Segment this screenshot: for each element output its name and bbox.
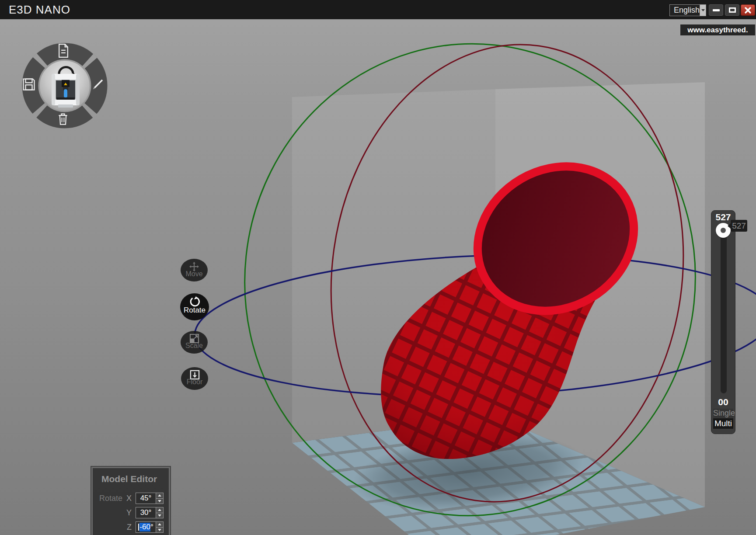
layer-value-tooltip: 527	[731, 220, 747, 232]
axis-y-label: Y	[126, 508, 132, 518]
step-up-button[interactable]	[156, 493, 163, 499]
delete-button[interactable]	[57, 112, 73, 128]
printer-photo[interactable]	[39, 60, 91, 111]
printer-image	[40, 61, 91, 111]
e3d-nano-app: { "titlebar": { "app_title": "E3D NANO",…	[0, 0, 756, 535]
arrow-down-icon	[158, 500, 161, 502]
axis-x-label: X	[126, 494, 132, 503]
minimize-icon	[713, 9, 720, 11]
rotate-z-value[interactable]: -60°	[136, 522, 156, 532]
save-icon	[22, 78, 35, 91]
scale-tool-button[interactable]: Scale	[181, 331, 208, 354]
save-button[interactable]	[22, 78, 38, 94]
rotate-y-stepper	[156, 507, 163, 518]
open-file-button[interactable]	[57, 44, 73, 59]
floor-tool-label: Floor	[187, 378, 202, 386]
axis-z-label: Z	[127, 523, 132, 532]
rotate-z-row: Z -60°	[93, 521, 169, 533]
scale-tool-label: Scale	[185, 342, 203, 350]
maximize-icon	[729, 7, 736, 13]
minimize-button[interactable]	[709, 4, 723, 16]
move-tool-label: Move	[185, 270, 202, 278]
edit-button[interactable]	[91, 78, 107, 94]
model-editor-panel: Model Editor Rotate X 45° Y 30° Z -60°	[91, 467, 170, 535]
arrow-up-icon	[158, 494, 161, 497]
app-title: E3D NANO	[9, 0, 70, 19]
file-icon	[57, 44, 70, 58]
watermark-label: www.easythreed.	[680, 24, 755, 35]
rotate-tool-button[interactable]: Rotate	[180, 293, 209, 320]
layer-slider-track[interactable]	[721, 224, 727, 393]
arrow-up-icon	[158, 523, 161, 525]
maximize-button[interactable]	[725, 4, 739, 16]
layer-slider: 527 00 Single Multi	[711, 210, 735, 434]
edit-pen-icon	[91, 78, 105, 91]
arrow-up-icon	[158, 509, 161, 511]
language-selector[interactable]: English	[669, 4, 706, 16]
degree-suffix: °	[150, 523, 153, 532]
layer-min-value: 00	[711, 397, 735, 407]
text-caret	[138, 524, 139, 531]
arrow-down-icon	[158, 514, 161, 517]
rotate-z-stepper	[156, 522, 163, 532]
step-up-button[interactable]	[156, 507, 163, 513]
rotate-tool-label: Rotate	[184, 306, 206, 315]
rotate-y-input[interactable]: 30°	[136, 507, 164, 518]
trash-icon	[57, 112, 69, 125]
chevron-down-icon[interactable]	[700, 5, 706, 16]
viewport-3d[interactable]	[0, 0, 756, 535]
rotate-x-row: Rotate X 45°	[93, 493, 169, 504]
arrow-down-icon	[158, 529, 161, 531]
close-button[interactable]	[741, 4, 755, 16]
rotate-x-stepper	[156, 493, 163, 504]
rotate-y-value[interactable]: 30°	[136, 507, 156, 518]
rotate-z-input[interactable]: -60°	[136, 521, 164, 533]
selected-text: -60	[139, 523, 150, 532]
step-down-button[interactable]	[156, 513, 163, 518]
mode-single-button[interactable]: Single	[713, 409, 733, 418]
radial-menu	[21, 42, 108, 129]
rotate-group-label: Rotate	[99, 494, 122, 503]
step-up-button[interactable]	[156, 522, 163, 528]
step-down-button[interactable]	[156, 528, 163, 533]
mode-multi-button[interactable]: Multi	[713, 418, 733, 429]
titlebar: E3D NANO English	[0, 0, 756, 19]
floor-tool-button[interactable]: Floor	[181, 367, 208, 390]
rotate-y-row: Y 30°	[93, 507, 169, 518]
rotate-x-input[interactable]: 45°	[136, 493, 164, 504]
panel-title: Model Editor	[101, 474, 169, 484]
step-down-button[interactable]	[156, 499, 163, 504]
language-value: English	[670, 6, 700, 15]
close-icon	[745, 7, 751, 14]
move-tool-button[interactable]: Move	[181, 259, 208, 281]
rotate-x-value[interactable]: 45°	[136, 493, 156, 504]
